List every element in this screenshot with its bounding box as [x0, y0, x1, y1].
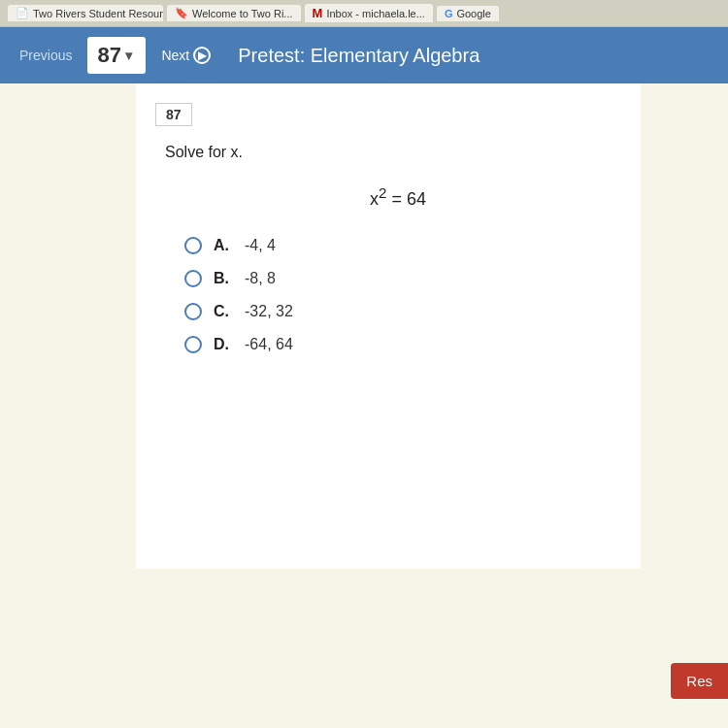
tab-inbox[interactable]: M Inbox - michaela.le...: [305, 4, 433, 22]
answer-options-list: A. -4, 4 B. -8, 8 C. -32, 32 D. -64, 64: [184, 237, 612, 353]
option-d[interactable]: D. -64, 64: [184, 336, 612, 353]
tab-icon-two-rivers: 📄: [16, 7, 29, 19]
option-b-label: B.: [214, 270, 233, 287]
radio-d[interactable]: [184, 336, 202, 353]
previous-button[interactable]: Previous: [12, 44, 80, 67]
option-a-value: -4, 4: [245, 237, 276, 254]
question-prompt: Solve for x.: [165, 144, 612, 161]
option-a[interactable]: A. -4, 4: [184, 237, 612, 254]
browser-tab-bar: 📄 Two Rivers Student Resources 🔖 Welcome…: [0, 0, 728, 27]
radio-a[interactable]: [184, 237, 202, 254]
question-card: 87 Solve for x. x2 = 64 A. -4, 4 B. -8, …: [136, 83, 641, 569]
option-c-value: -32, 32: [245, 303, 293, 320]
option-a-label: A.: [214, 237, 233, 254]
tab-google[interactable]: G Google: [437, 6, 499, 21]
question-number-selector[interactable]: 87 ▾: [87, 37, 146, 74]
radio-c[interactable]: [184, 303, 202, 320]
question-chevron-icon: ▾: [125, 48, 132, 63]
option-d-label: D.: [214, 336, 233, 353]
tab-icon-inbox: M: [313, 6, 323, 20]
tab-two-rivers[interactable]: 📄 Two Rivers Student Resources: [8, 5, 163, 21]
option-d-value: -64, 64: [245, 336, 293, 353]
tab-icon-welcome: 🔖: [175, 7, 188, 19]
page-title: Pretest: Elementary Algebra: [238, 45, 480, 67]
option-c-label: C.: [214, 303, 233, 320]
equation-display: x2 = 64: [155, 184, 612, 210]
reset-button[interactable]: Res: [671, 663, 728, 699]
option-b-value: -8, 8: [245, 270, 276, 287]
next-circle-icon: ▶: [193, 47, 211, 64]
option-b[interactable]: B. -8, 8: [184, 270, 612, 287]
tab-icon-google: G: [445, 8, 453, 19]
tab-welcome[interactable]: 🔖 Welcome to Two Ri...: [167, 5, 301, 21]
option-c[interactable]: C. -32, 32: [184, 303, 612, 320]
radio-b[interactable]: [184, 270, 202, 287]
navigation-bar: Previous 87 ▾ Next ▶ Pretest: Elementary…: [0, 27, 728, 83]
main-content-area: 87 Solve for x. x2 = 64 A. -4, 4 B. -8, …: [0, 83, 728, 728]
next-button[interactable]: Next ▶: [153, 43, 218, 68]
question-number-badge: 87: [155, 103, 192, 126]
